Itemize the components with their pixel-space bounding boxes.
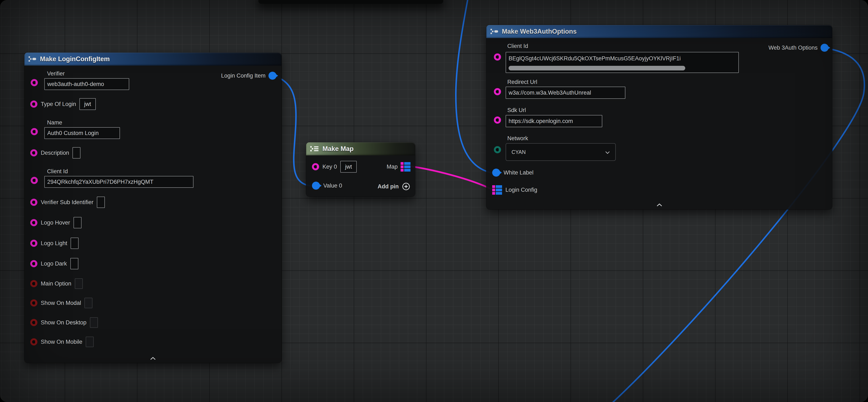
pin-label: Login Config Item [221, 73, 266, 79]
pin-type-of-login[interactable] [30, 100, 37, 108]
pin-white-label[interactable] [492, 169, 500, 177]
logo-hover-input[interactable] [73, 217, 82, 228]
pin-label: Verifier Sub Identifier [41, 199, 93, 206]
main-option-checkbox[interactable] [75, 278, 83, 289]
blueprint-canvas[interactable]: Make LoginConfigItem Login Config Item V… [0, 0, 868, 402]
pin-label: Show On Mobile [41, 339, 82, 345]
pin-label: White Label [503, 169, 534, 176]
pin-show-on-modal[interactable] [30, 299, 37, 307]
pin-web3auth-options-output[interactable] [820, 44, 829, 52]
add-pin-button[interactable]: Add pin [378, 181, 410, 192]
pin-row-show-on-mobile: Show On Mobile [30, 336, 94, 348]
pin-show-on-desktop[interactable] [30, 319, 37, 326]
network-selected-value: CYAN [512, 149, 526, 155]
pin-row-type-of-login: Type Of Login jwt [30, 98, 96, 110]
show-on-modal-checkbox[interactable] [85, 298, 92, 308]
chevron-down-icon [605, 149, 610, 155]
pin-label: Client Id [47, 168, 68, 175]
pin-label: Sdk Url [507, 107, 526, 114]
pin-label: Logo Dark [41, 260, 67, 267]
pin-login-config-item-output[interactable] [269, 72, 276, 80]
pin-map-output[interactable] [401, 162, 410, 172]
collapse-button[interactable] [149, 356, 156, 361]
pin-label: Type Of Login [41, 101, 76, 108]
chevron-up-icon [656, 203, 662, 207]
pin-row-map-out: Map [386, 161, 410, 173]
pin-sdk-url[interactable] [494, 116, 501, 124]
pin-row-verifier-sub-identifier: Verifier Sub Identifier [30, 196, 105, 208]
add-pin-icon [402, 182, 410, 191]
pin-label: Redirect Url [507, 79, 537, 85]
pin-row-logo-light: Logo Light [30, 237, 79, 249]
sdk-url-input[interactable]: https://sdk.openlogin.com [506, 115, 602, 127]
pin-row-login-config: Login Config [492, 184, 537, 196]
pin-row-login-config-item-out: Login Config Item [221, 70, 276, 82]
pin-label: Value 0 [323, 182, 342, 189]
pin-label: Show On Modal [41, 300, 81, 306]
node-title: Make LoginConfigItem [40, 55, 110, 63]
node-make-web3authoptions: Make Web3AuthOptions Web 3Auth Options C… [486, 25, 832, 209]
pin-row-web3auth-options-out: Web 3Auth Options [768, 42, 829, 54]
node-make-loginconfigitem: Make LoginConfigItem Login Config Item V… [24, 53, 281, 363]
pin-login-config[interactable] [492, 185, 502, 195]
pin-label: Network [507, 135, 528, 142]
node-make-map: Make Map Key 0 jwt Map Value 0 Add pin [306, 142, 415, 197]
key0-input[interactable]: jwt [340, 161, 357, 173]
pin-row-description: Description [30, 147, 81, 159]
client-id-scrollbar[interactable] [508, 66, 685, 70]
pin-label: Description [41, 150, 69, 156]
name-input[interactable]: Auth0 Custom Login [44, 127, 120, 139]
pin-client-id[interactable] [494, 53, 501, 61]
pin-row-show-on-modal: Show On Modal [30, 297, 92, 309]
client-id-input[interactable]: 294QRkchfq2YaXUbPri7D6PH7xzHgQMT [44, 176, 193, 188]
offscreen-node-bottom [258, 0, 443, 4]
pin-label: Client Id [507, 43, 528, 50]
pin-network[interactable] [494, 146, 501, 153]
pin-key0[interactable] [312, 163, 319, 170]
pin-row-show-on-desktop: Show On Desktop [30, 317, 98, 328]
logo-light-input[interactable] [70, 237, 79, 249]
client-id-input[interactable]: BEglQSgt4cUWcj6SKRdu5QkOXTsePmMcusG5EAoy… [506, 52, 739, 73]
description-input[interactable] [72, 147, 81, 159]
pin-row-logo-hover: Logo Hover [30, 217, 82, 229]
make-struct-icon [490, 28, 498, 35]
node-header-make-map[interactable]: Make Map [306, 142, 415, 155]
logo-dark-input[interactable] [70, 258, 79, 269]
network-dropdown[interactable]: CYAN [506, 143, 616, 161]
redirect-url-input[interactable]: w3a://com.w3a.Web3AuthUnreal [506, 87, 625, 99]
pin-logo-hover[interactable] [30, 219, 37, 226]
pin-verifier[interactable] [31, 79, 38, 86]
pin-label: Logo Hover [41, 220, 70, 226]
pin-show-on-mobile[interactable] [30, 338, 37, 345]
show-on-mobile-checkbox[interactable] [86, 337, 94, 347]
node-header-make-web3authoptions[interactable]: Make Web3AuthOptions [486, 25, 832, 38]
pin-label: Main Option [41, 281, 71, 287]
pin-verifier-sub-identifier[interactable] [30, 199, 37, 206]
pin-description[interactable] [30, 149, 37, 156]
pin-redirect-url[interactable] [494, 88, 501, 95]
node-title: Make Map [322, 145, 353, 153]
pin-row-main-option: Main Option [30, 278, 83, 289]
pin-main-option[interactable] [30, 280, 37, 287]
wire-map-to-login-config[interactable] [409, 166, 493, 190]
pin-logo-dark[interactable] [30, 260, 37, 267]
node-header-make-loginconfigitem[interactable]: Make LoginConfigItem [24, 53, 281, 66]
collapse-button[interactable] [656, 203, 663, 207]
verifier-sub-identifier-input[interactable] [97, 197, 105, 208]
pin-row-key0: Key 0 jwt [312, 161, 357, 173]
pin-logo-light[interactable] [30, 240, 37, 247]
pin-label: Logo Light [41, 240, 67, 247]
pin-row-white-label: White Label [492, 167, 534, 178]
show-on-desktop-checkbox[interactable] [90, 317, 98, 328]
pin-value0[interactable] [312, 182, 320, 190]
pin-label: Key 0 [322, 164, 337, 170]
pin-row-logo-dark: Logo Dark [30, 258, 79, 269]
pin-label: Login Config [505, 187, 537, 193]
pin-label: Show On Desktop [41, 319, 87, 326]
node-title: Make Web3AuthOptions [502, 28, 577, 35]
chevron-up-icon [150, 357, 156, 360]
verifier-input[interactable]: web3auth-auth0-demo [44, 78, 129, 90]
pin-name[interactable] [31, 128, 38, 135]
type-of-login-input[interactable]: jwt [80, 98, 96, 110]
pin-client-id[interactable] [31, 177, 38, 184]
